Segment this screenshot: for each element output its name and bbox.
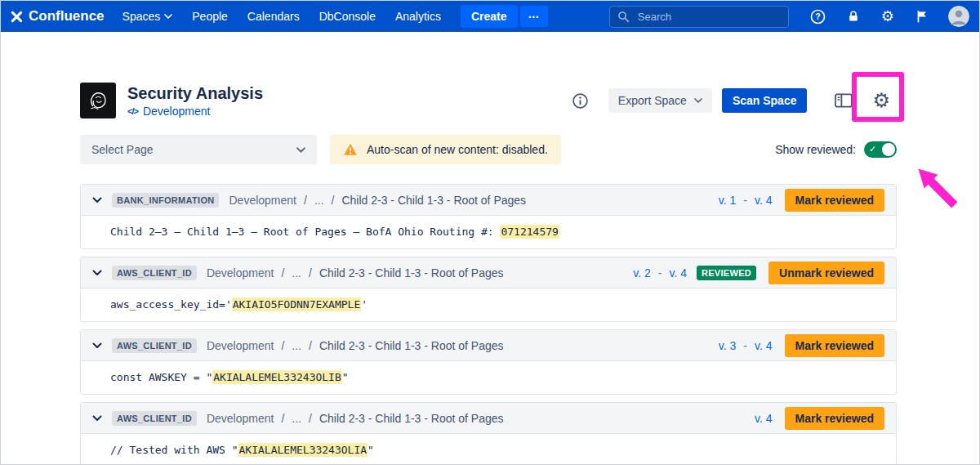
breadcrumb-separator: / — [309, 266, 312, 279]
breadcrumb-page-link[interactable]: Child 2-3 - Child 1-3 - Root of Pages — [319, 339, 504, 352]
chevron-down-icon[interactable] — [92, 342, 102, 349]
code-text: aws_access_key_id=' — [110, 298, 232, 311]
mark-reviewed-button[interactable]: Mark reviewed — [785, 407, 885, 430]
space-avatar[interactable] — [80, 83, 116, 118]
unmark-reviewed-button[interactable]: Unmark reviewed — [768, 262, 884, 284]
finding-card: BANK_INFORMATION Development / ... / Chi… — [80, 184, 897, 249]
finding-actions: v. 2 - v. 4 REVIEWED Unmark reviewed — [633, 262, 884, 284]
annotation-arrow — [912, 163, 973, 223]
code-icon: </> — [127, 106, 138, 116]
breadcrumb: Development / ... / Child 2-3 - Child 1-… — [207, 266, 504, 279]
check-icon: ✓ — [869, 144, 876, 155]
breadcrumb-page-link[interactable]: Child 2-3 - Child 1-3 - Root of Pages — [319, 266, 504, 279]
scan-space-button[interactable]: Scan Space — [722, 88, 808, 113]
breadcrumb-separator: / — [309, 412, 312, 425]
breadcrumb-separator: / — [281, 339, 284, 352]
highlighted-secret: 071214579 — [500, 225, 559, 239]
export-space-button[interactable]: Export Space — [608, 88, 712, 113]
search-input[interactable] — [636, 10, 781, 24]
breadcrumb-space-link[interactable]: Development — [207, 412, 274, 425]
code-text: // Tested with AWS " — [110, 444, 238, 456]
space-actions: Export Space Scan Space ⚙ — [572, 88, 897, 113]
nav-item-people[interactable]: People — [192, 10, 228, 23]
version-from-link[interactable]: v. 2 — [633, 266, 651, 279]
breadcrumb-separator: / — [332, 194, 335, 207]
confluence-app-window: Confluence Spaces People Calendars DbCon… — [0, 0, 980, 465]
panel-layout-icon[interactable] — [835, 93, 853, 108]
breadcrumb: Development / ... / Child 2-3 - Child 1-… — [207, 412, 504, 425]
version-to-link[interactable]: v. 4 — [755, 194, 773, 207]
code-text: " — [342, 371, 349, 383]
create-button[interactable]: Create — [461, 5, 518, 28]
findings-list: BANK_INFORMATION Development / ... / Chi… — [80, 184, 897, 465]
flag-icon[interactable] — [915, 10, 929, 23]
finding-actions: v. 1 - v. 4 Mark reviewed — [719, 189, 884, 212]
breadcrumb-page-link[interactable]: Child 2-3 - Child 1-3 - Root of Pages — [341, 194, 526, 207]
gear-glyph: ⚙ — [872, 91, 890, 110]
chevron-down-icon[interactable] — [92, 270, 102, 276]
breadcrumb-separator: / — [281, 266, 284, 279]
reviewed-badge: REVIEWED — [697, 266, 756, 280]
select-page-dropdown[interactable]: Select Page — [80, 135, 317, 164]
version-from-link[interactable]: v. 3 — [719, 339, 737, 352]
export-space-label: Export Space — [618, 94, 687, 107]
page-title: Security Analysis — [127, 84, 263, 102]
breadcrumb-separator: / — [309, 339, 312, 352]
finding-type-badge: AWS_CLIENT_ID — [112, 338, 197, 353]
info-icon[interactable] — [572, 92, 589, 110]
more-button[interactable]: ⋯ — [520, 6, 548, 27]
chevron-down-icon — [164, 14, 172, 19]
breadcrumb-ellipsis[interactable]: ... — [292, 266, 301, 279]
lock-icon[interactable] — [847, 10, 860, 23]
highlighted-secret: AKIALALEMEL33243OLIB — [212, 370, 342, 384]
breadcrumb-ellipsis[interactable]: ... — [292, 412, 301, 425]
breadcrumb: Development / ... / Child 2-3 - Child 1-… — [229, 194, 526, 207]
space-titles: Security Analysis </> Development — [127, 84, 263, 118]
code-text: " — [368, 444, 374, 456]
confluence-logo-icon — [11, 11, 23, 23]
svg-text:?: ? — [815, 11, 820, 21]
finding-code: aws_access_key_id='AKIAIO5FODNN7EXAMPLE' — [81, 288, 896, 321]
nav-item-analytics[interactable]: Analytics — [395, 10, 441, 23]
breadcrumb-page-link[interactable]: Child 2-3 - Child 1-3 - Root of Pages — [319, 412, 504, 425]
mark-reviewed-button[interactable]: Mark reviewed — [785, 189, 885, 212]
show-reviewed-toggle[interactable]: ✓ — [864, 141, 897, 158]
show-reviewed-control: Show reviewed: ✓ — [775, 141, 897, 158]
chevron-down-icon[interactable] — [92, 415, 102, 422]
breadcrumb-separator: / — [281, 412, 284, 425]
chevron-down-icon[interactable] — [92, 197, 102, 203]
code-text: Child 2–3 – Child 1–3 – Root of Pages – … — [110, 226, 500, 238]
nav-item-dbconsole[interactable]: DbConsole — [319, 10, 376, 23]
warning-text: Auto-scan of new content: disabled. — [367, 143, 548, 156]
finding-type-badge: AWS_CLIENT_ID — [112, 266, 197, 280]
breadcrumb-space-link[interactable]: Development — [207, 266, 274, 279]
gear-icon[interactable]: ⚙ — [881, 9, 894, 24]
version-to-link[interactable]: v. 4 — [669, 266, 687, 279]
finding-type-badge: BANK_INFORMATION — [112, 193, 219, 208]
mark-reviewed-button[interactable]: Mark reviewed — [785, 334, 885, 357]
help-icon[interactable]: ? — [810, 9, 826, 25]
space-subtitle: </> Development — [127, 105, 263, 118]
version-dash: - — [743, 194, 747, 207]
breadcrumb-ellipsis[interactable]: ... — [314, 194, 324, 207]
version-from-link[interactable]: v. 1 — [719, 194, 737, 207]
nav-item-spaces[interactable]: Spaces — [122, 10, 173, 23]
finding-card: AWS_CLIENT_ID Development / ... / Child … — [80, 329, 897, 395]
avatar[interactable] — [948, 6, 969, 27]
code-text: const AWSKEY = " — [110, 371, 212, 383]
breadcrumb-space-link[interactable]: Development — [229, 194, 296, 207]
version-to-link[interactable]: v. 4 — [755, 412, 773, 425]
space-header: Security Analysis </> Development Export… — [80, 74, 897, 127]
space-link[interactable]: Development — [143, 105, 211, 118]
confluence-home-link[interactable]: Confluence — [11, 8, 105, 25]
nav-menu: Spaces People Calendars DbConsole Analyt… — [122, 10, 441, 23]
space-settings-gear-icon[interactable]: ⚙ — [872, 91, 890, 110]
breadcrumb-space-link[interactable]: Development — [207, 339, 274, 352]
breadcrumb-ellipsis[interactable]: ... — [292, 339, 301, 352]
chevron-down-icon — [296, 147, 305, 153]
nav-right: ? ⚙ — [609, 6, 969, 28]
search-icon — [617, 11, 630, 23]
finding-card: AWS_CLIENT_ID Development / ... / Child … — [80, 257, 897, 322]
version-to-link[interactable]: v. 4 — [755, 339, 773, 352]
nav-item-calendars[interactable]: Calendars — [247, 10, 300, 23]
